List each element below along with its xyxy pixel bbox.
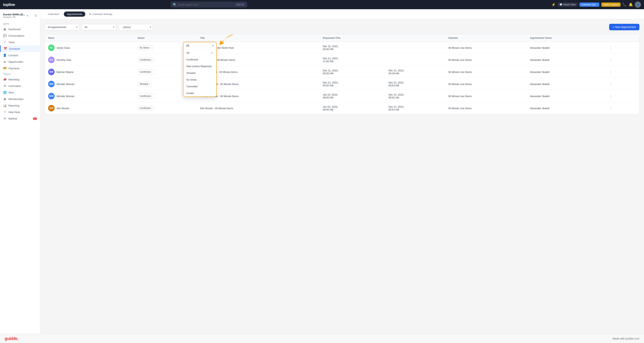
scheduler-icon: 📅 [4, 47, 7, 51]
more-cell[interactable]: ⋮ [604, 78, 639, 90]
sidebar-item-automation[interactable]: ⚙ Automation [0, 83, 40, 89]
main-layout: Dunder Mifflin [D... Scranton, PA ▾ ⊟ Ap… [0, 9, 644, 343]
automation-icon: ⚙ [3, 84, 6, 88]
more-actions-button[interactable]: ⋮ [608, 57, 614, 63]
name-cell: EW Elle Woods [45, 102, 134, 114]
sidebar: Dunder Mifflin [D... Scranton, PA ▾ ⊟ Ap… [0, 9, 40, 343]
calendar-update-button[interactable]: Calendar Upd... [580, 3, 599, 7]
sidebar-item-contacts[interactable]: 👤 Contacts [0, 52, 40, 59]
sidebar-item-conversations[interactable]: 💬 Conversations [0, 33, 40, 39]
sidebar-item-label: Memberships [8, 98, 24, 101]
status-dropdown-header[interactable]: All ▾ [184, 42, 216, 49]
support-button[interactable]: topline Support [601, 3, 620, 7]
sidebar-item-reporting[interactable]: 📊 Reporting [0, 102, 40, 109]
status-dropdown: All ▾ All ✓ Confirmed New (Action Requir… [183, 42, 216, 97]
col-calendar: Calendar [445, 34, 527, 42]
sidebar-item-mailfold[interactable]: ✉ Mailfold 14 [0, 115, 40, 122]
content-area: All Appointments All Confirmed New (Acti… [40, 19, 644, 343]
user-avatar[interactable]: 👤 [635, 2, 641, 8]
status-cell[interactable]: Confirmed ▾ [134, 102, 197, 114]
status-badge[interactable]: Confirmed ▾ [138, 94, 154, 98]
search-shortcut: Ctrl + K [236, 3, 245, 6]
status-filter-select[interactable]: All Confirmed New (Action Required) Show… [82, 24, 116, 30]
more-cell[interactable]: ⋮ [604, 42, 639, 54]
settings-gear-icon: ⚙ [89, 13, 92, 16]
more-cell[interactable]: ⋮ [604, 66, 639, 78]
new-appointment-button[interactable]: + New Appointment [609, 24, 640, 30]
chat-icon: 💬 [560, 3, 562, 6]
chevron-down-icon: ▾ [150, 47, 151, 49]
appointments-filter-select[interactable]: All Appointments [45, 24, 79, 30]
chevron-down-icon: ▾ [151, 95, 152, 97]
company-selector[interactable]: Dunder Mifflin [D... Scranton, PA ▾ ⊟ [0, 12, 40, 21]
table-row: SC Santa Claus No Show ▾ Appointment [45, 42, 639, 54]
sort-filter-select[interactable]: ...(Desc) ...(Asc) [118, 24, 153, 30]
more-actions-button[interactable]: ⋮ [608, 45, 614, 51]
status-option-cancelled[interactable]: Cancelled [184, 83, 216, 90]
sidebar-item-dashboard[interactable]: ▦ Dashboard [0, 26, 40, 33]
sidebar-item-opportunities[interactable]: ◈ Opportunities [0, 59, 40, 65]
mailfold-icon: ✉ [3, 117, 6, 120]
owner-cell: Alexander Skatell [527, 42, 604, 54]
search-input[interactable] [178, 3, 234, 6]
search-bar[interactable]: 🔍 Ctrl + K [170, 2, 247, 8]
status-dropdown-value: All [186, 44, 189, 47]
status-option-showed[interactable]: Showed [184, 70, 216, 76]
sidebar-item-helpdesk[interactable]: ? Help Desk [0, 109, 40, 115]
owner-cell: Alexander Skatell [527, 78, 604, 90]
updated-time-cell: Dec 21, 2023,08:53 AM [386, 78, 445, 90]
sidebar-item-label: Help Desk [8, 111, 20, 114]
lightning-icon[interactable]: ⚡ [552, 3, 556, 7]
sidebar-item-tasks[interactable]: ✓ Tasks [0, 39, 40, 46]
more-cell[interactable]: ⋮ [604, 102, 639, 114]
sidebar-item-scheduler[interactable]: 📅 Scheduler [0, 46, 40, 52]
sidebar-item-payments[interactable]: 💳 Payments [0, 65, 40, 72]
owner-cell: Alexander Skatell [527, 66, 604, 78]
owner-cell: Alexander Skatell [527, 90, 604, 102]
tab-appointments[interactable]: Appointments [64, 12, 85, 17]
more-actions-button[interactable]: ⋮ [608, 69, 614, 75]
dashboard-icon: ▦ [3, 28, 6, 31]
helpdesk-icon: ? [3, 110, 6, 114]
tab-calendar-settings[interactable]: ⚙ Calendar Settings [87, 12, 114, 17]
status-option-confirmed[interactable]: Confirmed [184, 56, 216, 63]
status-filter-wrapper: All Confirmed New (Action Required) Show… [82, 24, 116, 30]
more-actions-button[interactable]: ⋮ [608, 105, 614, 111]
sidebar-item-memberships[interactable]: ◉ Memberships [0, 96, 40, 102]
status-option-no-show[interactable]: No Show [184, 76, 216, 83]
tab-calendars[interactable]: Calendars [45, 12, 62, 17]
guidde-logo: guidde. [4, 336, 18, 341]
status-badge[interactable]: Confirmed ▾ [138, 58, 154, 62]
table-body: SC Santa Claus No Show ▾ Appointment [45, 42, 639, 114]
owner-cell: Alexander Skatell [527, 102, 604, 114]
topbar: topline 🔍 Ctrl + K ⚡ 💬 What's New Calend… [0, 0, 644, 9]
chevron-down-icon: ▾ [151, 71, 152, 73]
bell-icon[interactable]: 🔔 [629, 3, 633, 7]
avatar: EW [48, 105, 55, 111]
status-badge[interactable]: Showed ▾ [138, 82, 152, 86]
sidebar-item-label: Payments [8, 67, 20, 70]
status-option-invalid[interactable]: Invalid [184, 90, 216, 97]
status-option-new-action[interactable]: New (Action Required) [184, 63, 216, 70]
sidebar-item-sites[interactable]: 🌐 Sites [0, 89, 40, 96]
more-cell[interactable]: ⋮ [604, 90, 639, 102]
more-actions-button[interactable]: ⋮ [608, 81, 614, 87]
col-requested-time: Requested Time [320, 34, 386, 42]
memberships-icon: ◉ [3, 97, 6, 101]
whats-new-button[interactable]: 💬 What's New [558, 3, 578, 7]
layout-icon[interactable]: ⊟ [34, 14, 37, 18]
col-updated-time [386, 34, 445, 42]
status-badge[interactable]: Confirmed ▾ [138, 106, 154, 111]
avatar: DG [48, 57, 55, 63]
status-badge[interactable]: Confirmed ▾ [138, 70, 154, 74]
more-actions-button[interactable]: ⋮ [608, 93, 614, 99]
status-option-all[interactable]: All ✓ [184, 49, 216, 56]
appointments-table-container: Name Status Title Requested Time Calenda… [45, 34, 640, 114]
check-icon: ✓ [211, 51, 213, 54]
more-cell[interactable]: ⋮ [604, 54, 639, 66]
phone-icon[interactable]: 📞 [622, 3, 627, 7]
status-badge[interactable]: No Show ▾ [138, 46, 153, 50]
tasks-icon: ✓ [3, 41, 6, 44]
sidebar-item-marketing[interactable]: 📣 Marketing [0, 76, 40, 83]
calendar-cell: 30 Minute Live Demo [445, 90, 527, 102]
